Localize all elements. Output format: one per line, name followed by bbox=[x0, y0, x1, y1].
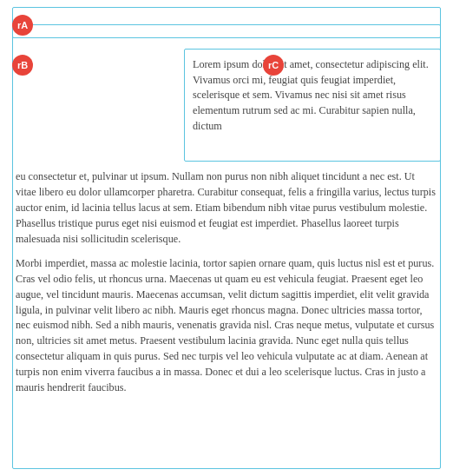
main-text-block: eu consectetur et, pulvinar ut ipsum. Nu… bbox=[12, 169, 441, 405]
main-text-paragraph-2: Morbi imperdiet, massa ac molestie lacin… bbox=[16, 256, 437, 396]
right-text-content: Lorem ipsum dolor sit amet, consectetur … bbox=[193, 58, 429, 132]
top-border-box bbox=[12, 7, 441, 38]
main-text-paragraph-1: eu consectetur et, pulvinar ut ipsum. Nu… bbox=[16, 169, 437, 248]
right-text-block: Lorem ipsum dolor sit amet, consectetur … bbox=[187, 52, 436, 139]
annotation-rC: rC bbox=[263, 55, 284, 76]
annotation-rA: rA bbox=[12, 15, 33, 36]
annotation-rB: rB bbox=[12, 55, 33, 76]
